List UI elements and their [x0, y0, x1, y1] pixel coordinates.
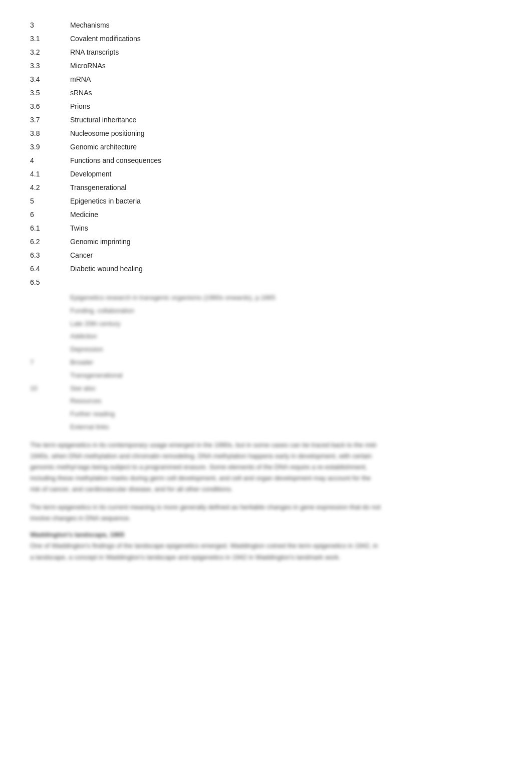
toc-number: 6.1 — [30, 223, 70, 234]
blurred-toc-label: Further reading — [70, 409, 115, 420]
blurred-subtext: One of Waddington's findings of the land… — [30, 540, 381, 562]
blurred-toc-item: 7Broader — [30, 357, 502, 368]
blurred-section: Epigenetics research in transgenic organ… — [30, 293, 502, 563]
toc-item[interactable]: 3Mechanisms — [30, 20, 502, 31]
toc-number: 3.1 — [30, 34, 70, 44]
blurred-toc-item: Epigenetics research in transgenic organ… — [30, 293, 502, 303]
blurred-toc-number — [30, 331, 70, 342]
blurred-toc-number — [30, 293, 70, 303]
toc-label: Epigenetics in bacteria — [70, 196, 141, 207]
toc-label: Diabetic wound healing — [70, 264, 143, 274]
blurred-toc-label: See also — [70, 383, 96, 394]
blurred-paragraph1: The term epigenetics in its contemporary… — [30, 440, 381, 495]
toc-number: 6.2 — [30, 237, 70, 247]
toc-item[interactable]: 6.4Diabetic wound healing — [30, 264, 502, 274]
toc-label: Mechanisms — [70, 20, 110, 31]
blurred-toc-label: Late 20th century — [70, 319, 120, 329]
blurred-toc-item: Further reading — [30, 409, 502, 420]
toc-number: 4 — [30, 155, 70, 166]
toc-label: Prions — [70, 101, 90, 112]
blurred-toc-item: External links — [30, 422, 502, 433]
blurred-toc-number — [30, 370, 70, 381]
toc-item[interactable]: 4.1Development — [30, 169, 502, 179]
toc-label: Twins — [70, 223, 88, 234]
toc-number: 6.4 — [30, 264, 70, 274]
toc-item[interactable]: 3.6Prions — [30, 101, 502, 112]
blurred-toc-item: Depression — [30, 344, 502, 355]
toc-item[interactable]: 3.7Structural inheritance — [30, 115, 502, 125]
blurred-toc-label: Funding, collaboration — [70, 306, 134, 316]
toc-number: 4.1 — [30, 169, 70, 179]
blurred-toc-number: 7 — [30, 357, 70, 368]
toc-label: RNA transcripts — [70, 47, 119, 58]
toc-label: Genomic architecture — [70, 142, 137, 152]
toc-item[interactable]: 6.1Twins — [30, 223, 502, 234]
toc-label: MicroRNAs — [70, 61, 106, 71]
toc-label: Medicine — [70, 210, 98, 220]
toc-number: 3.7 — [30, 115, 70, 125]
toc-item[interactable]: 3.4mRNA — [30, 74, 502, 85]
blurred-toc-label: Broader — [70, 357, 93, 368]
toc-item[interactable]: 3.1Covalent modifications — [30, 34, 502, 44]
toc-number: 5 — [30, 196, 70, 207]
toc-number: 6.5 — [30, 277, 70, 288]
toc-item[interactable]: 3.5sRNAs — [30, 88, 502, 98]
blurred-toc-label: Epigenetics research in transgenic organ… — [70, 293, 276, 303]
blurred-toc-number — [30, 344, 70, 355]
toc-number: 3.8 — [30, 128, 70, 139]
toc-item[interactable]: 3.8Nucleosome positioning — [30, 128, 502, 139]
blurred-toc-number — [30, 422, 70, 433]
blurred-toc-item: Addiction — [30, 331, 502, 342]
toc-label: Transgenerational — [70, 182, 126, 193]
toc-label: mRNA — [70, 74, 91, 85]
blurred-toc-item: 10See also — [30, 383, 502, 394]
toc-number: 3.4 — [30, 74, 70, 85]
toc-container: 3Mechanisms3.1Covalent modifications3.2R… — [30, 20, 502, 563]
blurred-toc-label: Transgenerational — [70, 370, 122, 381]
toc-label: sRNAs — [70, 88, 92, 98]
toc-label: Structural inheritance — [70, 115, 136, 125]
toc-item[interactable]: 3.2RNA transcripts — [30, 47, 502, 58]
blurred-toc-number — [30, 396, 70, 407]
toc-item[interactable]: 6.3Cancer — [30, 250, 502, 261]
toc-item[interactable]: 5Epigenetics in bacteria — [30, 196, 502, 207]
toc-item[interactable]: 6Medicine — [30, 210, 502, 220]
blurred-toc-label: Addiction — [70, 331, 97, 342]
toc-number: 3.2 — [30, 47, 70, 58]
toc-label: Covalent modifications — [70, 34, 141, 44]
toc-number: 3.5 — [30, 88, 70, 98]
blurred-toc-label: Resources — [70, 396, 101, 407]
blurred-toc-number — [30, 306, 70, 316]
blurred-toc-number: 10 — [30, 383, 70, 394]
toc-label: Functions and consequences — [70, 155, 161, 166]
toc-label: Development — [70, 169, 112, 179]
toc-item[interactable]: 6.5 — [30, 277, 502, 288]
blurred-toc-item: Resources — [30, 396, 502, 407]
toc-item[interactable]: 3.3MicroRNAs — [30, 61, 502, 71]
blurred-toc-label: Depression — [70, 344, 103, 355]
blurred-toc-label: External links — [70, 422, 109, 433]
toc-item[interactable]: 6.2Genomic imprinting — [30, 237, 502, 247]
toc-number: 3 — [30, 20, 70, 31]
toc-label: Genomic imprinting — [70, 237, 131, 247]
toc-item[interactable]: 3.9Genomic architecture — [30, 142, 502, 152]
blurred-toc-item: Late 20th century — [30, 319, 502, 329]
blurred-paragraph2: The term epigenetics in its current mean… — [30, 502, 381, 524]
toc-label: Cancer — [70, 250, 93, 261]
blurred-toc-item: Transgenerational — [30, 370, 502, 381]
blurred-toc-item: Funding, collaboration — [30, 306, 502, 316]
toc-number: 6 — [30, 210, 70, 220]
toc-number: 3.9 — [30, 142, 70, 152]
toc-number: 6.3 — [30, 250, 70, 261]
toc-number: 3.3 — [30, 61, 70, 71]
blurred-subheading: Waddington's landscape, 1965 — [30, 531, 502, 538]
blurred-toc-number — [30, 319, 70, 329]
toc-item[interactable]: 4.2Transgenerational — [30, 182, 502, 193]
toc-number: 3.6 — [30, 101, 70, 112]
toc-item[interactable]: 4Functions and consequences — [30, 155, 502, 166]
blurred-toc-number — [30, 409, 70, 420]
toc-label: Nucleosome positioning — [70, 128, 145, 139]
toc-number: 4.2 — [30, 182, 70, 193]
